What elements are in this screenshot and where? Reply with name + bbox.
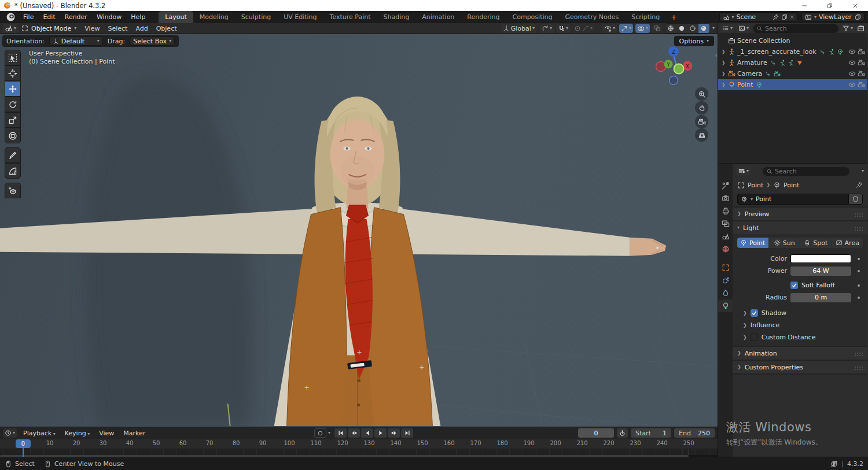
camera-view-button[interactable] — [695, 115, 708, 128]
properties-tab-render[interactable] — [718, 192, 733, 205]
pin-icon[interactable] — [773, 14, 779, 20]
viewport-menu-object[interactable]: Object — [153, 24, 181, 33]
panel-light[interactable]: ▾Light PointSunSpotArea Color Power 64 W — [733, 220, 867, 346]
tool-select-box[interactable] — [5, 50, 21, 65]
play-reverse-button[interactable] — [361, 428, 373, 438]
end-frame-field[interactable]: End250 — [674, 428, 715, 438]
tool-move[interactable] — [5, 81, 21, 97]
editor-type-button[interactable]: ▾ — [3, 24, 18, 33]
window-restore-button[interactable] — [817, 0, 843, 11]
jump-start-button[interactable] — [334, 428, 347, 438]
new-scene-icon[interactable] — [781, 14, 788, 20]
shading-dropdown[interactable]: ▾ — [712, 26, 715, 31]
workspace-tab-layout[interactable]: Layout — [159, 11, 193, 23]
menu-edit[interactable]: Edit — [39, 12, 59, 22]
shadow-subpanel[interactable]: ❯ Shadow — [737, 307, 863, 319]
light-color-swatch[interactable] — [790, 254, 851, 263]
outliner-display-mode[interactable]: ▾ — [720, 24, 734, 33]
disable-in-renders-icon[interactable] — [858, 81, 865, 88]
menu-help[interactable]: Help — [127, 12, 149, 22]
shading-solid-button[interactable] — [676, 24, 687, 33]
pan-button[interactable] — [695, 101, 708, 114]
light-type-point[interactable]: Point — [737, 238, 768, 248]
hide-in-viewport-icon[interactable] — [848, 81, 856, 88]
snap-toggle[interactable]: ▾ — [556, 24, 570, 33]
panel-animation[interactable]: ❯Animation — [733, 346, 867, 360]
tool-add-cube[interactable] — [5, 183, 21, 198]
use-preview-range-toggle[interactable] — [617, 428, 628, 438]
transform-orientation-selector[interactable]: Global ▾ — [501, 24, 536, 33]
xray-toggle[interactable] — [652, 24, 663, 33]
workspace-tab-rendering[interactable]: Rendering — [461, 11, 506, 23]
expand-icon[interactable]: ❯ — [720, 83, 726, 87]
properties-tab-constraints[interactable] — [718, 287, 733, 299]
tool-measure[interactable] — [5, 163, 21, 179]
soft-falloff-checkbox[interactable] — [790, 282, 798, 289]
scene-selector[interactable]: ▾ Scene ✕ — [719, 12, 798, 22]
properties-search[interactable]: Search — [763, 167, 849, 176]
properties-tab-scene[interactable] — [718, 230, 733, 243]
timeline-editor-type-button[interactable]: ▾ — [3, 428, 17, 438]
gizmo-neg-z-axis[interactable] — [670, 76, 678, 85]
timeline-menu-marker[interactable]: Marker — [119, 428, 149, 438]
custom-distance-subpanel[interactable]: ❯ Custom Distance — [737, 331, 863, 343]
viewport-menu-view[interactable]: View — [81, 24, 103, 33]
workspace-tab-geometry-nodes[interactable]: Geometry Nodes — [558, 11, 625, 23]
properties-tab-tool[interactable] — [718, 179, 733, 192]
light-type-sun[interactable]: Sun — [769, 238, 800, 248]
breadcrumb-object[interactable]: Point — [748, 182, 763, 189]
light-radius-field[interactable]: 0 m — [790, 293, 851, 302]
current-frame-field[interactable]: 0 — [578, 428, 614, 438]
properties-editor-type-button[interactable]: ▾ — [736, 166, 751, 176]
outliner-filter-id-type[interactable]: ▾ — [737, 24, 751, 33]
overlays-toggle[interactable]: ▾ — [635, 24, 650, 33]
shading-material-button[interactable] — [687, 24, 698, 33]
outliner-row-point[interactable]: ❯Point — [718, 79, 867, 90]
pin-id-icon[interactable] — [856, 182, 863, 188]
prev-keyframe-button[interactable] — [348, 428, 360, 438]
workspace-tab-animation[interactable]: Animation — [415, 11, 461, 23]
properties-tab-output[interactable] — [718, 205, 733, 217]
tool-annotate[interactable] — [5, 147, 21, 163]
workspace-tab-scripting[interactable]: Scripting — [625, 11, 666, 23]
properties-tab-world[interactable] — [718, 243, 733, 256]
properties-tab-object[interactable] — [718, 261, 733, 274]
outliner-row-armature[interactable]: ❯Armature — [718, 57, 867, 68]
expand-icon[interactable]: ❯ — [720, 50, 726, 54]
breadcrumb-data[interactable]: Point — [784, 182, 799, 189]
hide-in-viewport-icon[interactable] — [848, 48, 856, 55]
new-collection-button[interactable] — [857, 24, 865, 32]
play-button[interactable] — [374, 428, 387, 438]
panel-custom-properties[interactable]: ❯Custom Properties — [733, 360, 867, 375]
tool-scale[interactable] — [5, 112, 21, 128]
light-type-area[interactable]: Area — [832, 238, 863, 248]
hide-in-viewport-icon[interactable] — [848, 59, 856, 66]
next-keyframe-button[interactable] — [388, 428, 400, 438]
jump-end-button[interactable] — [401, 428, 413, 438]
timeline-menu-view[interactable]: View — [95, 428, 118, 438]
auto-keying-dropdown[interactable]: ▾ — [328, 431, 330, 435]
outliner-filter-button[interactable]: ▾ — [841, 24, 855, 33]
light-type-spot[interactable]: Spot — [800, 238, 832, 248]
gizmo-neg-y-axis[interactable] — [674, 64, 684, 74]
mode-selector[interactable]: Object Mode ▾ — [21, 25, 76, 32]
outliner-row-camera[interactable]: ❯Camera — [718, 68, 867, 79]
workspace-tab-compositing[interactable]: Compositing — [506, 11, 559, 23]
new-viewlayer-icon[interactable] — [855, 14, 861, 20]
add-workspace-button[interactable]: + — [666, 11, 682, 23]
menu-render[interactable]: Render — [61, 12, 91, 22]
orientation-dropdown[interactable]: Default ▾ — [49, 36, 103, 46]
expand-icon[interactable]: ❯ — [720, 61, 726, 65]
navigation-gizmo[interactable]: Z Y X — [648, 42, 701, 95]
properties-tab-object-data[interactable] — [718, 299, 733, 312]
properties-options-dropdown[interactable]: ▾ — [862, 169, 864, 173]
expand-icon[interactable]: ❯ — [720, 72, 726, 76]
disable-in-renders-icon[interactable] — [858, 59, 865, 66]
start-frame-field[interactable]: Start1 — [631, 428, 671, 438]
custom-distance-checkbox[interactable] — [751, 334, 758, 341]
viewport-3d[interactable]: Orientation: Default ▾ Drag: Select Box … — [0, 34, 718, 427]
animate-radius-dot[interactable] — [855, 297, 863, 299]
shadow-checkbox[interactable] — [751, 309, 758, 317]
viewlayer-selector[interactable]: ▾ ViewLayer — [801, 12, 865, 22]
animate-color-dot[interactable] — [855, 258, 863, 260]
